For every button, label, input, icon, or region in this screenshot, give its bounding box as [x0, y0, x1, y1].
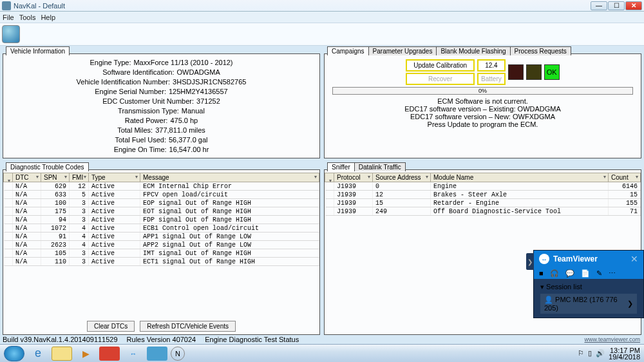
globe-icon[interactable]	[2, 25, 20, 43]
tv-draw-icon[interactable]: ✎	[596, 269, 602, 278]
minimize-button[interactable]: —	[591, 1, 607, 10]
table-row[interactable]: N/A1003ActiveEOP signal Out of Range HIG…	[4, 199, 319, 207]
table-row[interactable]: N/A914ActiveAPP1 signal Out of Range LOW	[4, 233, 319, 241]
info-value: 371252	[194, 97, 220, 106]
tray-volume-icon[interactable]: 🔊	[596, 349, 605, 357]
app-icon	[2, 1, 11, 10]
tv-audio-icon[interactable]: 🎧	[550, 269, 559, 278]
menu-help[interactable]: Help	[41, 14, 55, 21]
info-label: Engine On Time:	[114, 145, 167, 154]
refresh-dtc-button[interactable]: Refresh DTC/Vehicle Events	[140, 321, 236, 332]
info-label: Transmission Type:	[118, 106, 179, 115]
dtc-col-2[interactable]: SPN▾	[41, 173, 70, 182]
tv-file-icon[interactable]: 📄	[581, 269, 590, 278]
start-button[interactable]	[4, 346, 24, 361]
voltage-value: 12.4	[477, 59, 506, 71]
table-row[interactable]: N/A10724ActiveECB1 Control open load/cir…	[4, 224, 319, 233]
info-label: EDC Customer Unit Number:	[102, 97, 194, 106]
tray-flag-icon[interactable]: ⚐	[578, 349, 584, 357]
tv-video-icon[interactable]: ■	[539, 269, 544, 277]
tray-date[interactable]: 19/4/2018	[609, 354, 640, 360]
recover-button[interactable]: Recover	[406, 73, 475, 85]
tv-collapse-icon[interactable]: ❯	[526, 253, 534, 270]
tab-datalink[interactable]: Datalink Traffic	[354, 162, 406, 171]
teamviewer-logo-icon: ↔	[539, 254, 549, 264]
menu-tools[interactable]: Tools	[19, 14, 36, 21]
table-row[interactable]: J19390Engine6146	[325, 182, 641, 191]
taskbar-app1-icon[interactable]	[99, 347, 120, 361]
info-label: Engine Serial Number:	[95, 87, 166, 96]
update-calibration-button[interactable]: Update Calibration	[406, 59, 475, 71]
teamviewer-link[interactable]: www.teamviewer.com	[584, 336, 640, 343]
info-label: Engine Type:	[90, 58, 131, 67]
tray-time[interactable]: 13:17 PM	[609, 347, 640, 354]
table-row[interactable]: J1939249Off Board Diagnostic-Service Too…	[325, 207, 641, 216]
tab-dtc[interactable]: Diagnostic Trouble Codes	[6, 162, 89, 171]
window-titlebar: NavKal - Default — ☐ ✕	[0, 0, 644, 12]
toolbar	[0, 23, 644, 46]
tab-blank-flashing[interactable]: Blank Module Flashing	[436, 46, 510, 55]
menu-file[interactable]: File	[3, 14, 14, 21]
teamviewer-panel[interactable]: ❯ ↔ TeamViewer ✕ ■ 🎧 💬 📄 ✎ ⋯ ▾ Session l…	[533, 250, 644, 318]
taskbar-ie-icon[interactable]: e	[28, 347, 48, 361]
snf-col-4[interactable]: Count▾	[609, 173, 641, 182]
info-value: MaxxForce 11/13 (2010 - 2012)	[131, 58, 232, 67]
table-row[interactable]: N/A26234ActiveAPP2 signal Out of Range L…	[4, 241, 319, 249]
table-row[interactable]: N/A1103ActiveECT1 signal Out of Range HI…	[4, 258, 319, 266]
taskbar-teamviewer-icon[interactable]: ↔	[123, 347, 144, 361]
info-label: Vehicle Identification Number:	[77, 77, 171, 86]
snf-col-1[interactable]: Protocol▾	[334, 173, 373, 182]
tab-sniffer[interactable]: Sniffer	[327, 162, 355, 171]
status-build: Build v39.NavKal.1.4.201409111529	[3, 336, 118, 343]
tab-param-upgrades[interactable]: Parameter Upgrades	[368, 46, 437, 55]
table-row[interactable]: N/A1053ActiveIMT signal Out of Range HIG…	[4, 249, 319, 258]
taskbar-navkal-icon[interactable]: N	[171, 347, 185, 361]
taskbar-explorer-icon[interactable]	[52, 347, 72, 361]
sniffer-table: ▾Protocol▾Source Address▾Module Name▾Cou…	[325, 173, 641, 216]
snf-col-2[interactable]: Source Address▾	[373, 173, 431, 182]
taskbar-app2-icon[interactable]	[147, 347, 167, 361]
campaigns-panel: Campaigns Parameter Upgrades Blank Modul…	[324, 53, 641, 158]
menubar: File Tools Help	[0, 12, 644, 23]
info-value: 3HSDJSJR1CN582765	[170, 77, 246, 86]
close-button[interactable]: ✕	[625, 1, 642, 10]
info-value: 56,377.0 gal	[166, 135, 208, 144]
taskbar-media-icon[interactable]: ▶	[75, 347, 96, 361]
info-label: Total Fuel Used:	[115, 135, 166, 144]
snf-col-0[interactable]: ▾	[325, 173, 334, 182]
info-label: Software Identification:	[102, 68, 174, 77]
dtc-col-0[interactable]: ▾	[4, 173, 13, 182]
table-row[interactable]: N/A6335ActiveFPCV open load/circuit	[4, 191, 319, 199]
table-row[interactable]: N/A62912ActiveECM Internal Chip Error	[4, 182, 319, 191]
tv-session-item[interactable]: 👤 PMC MB2 (176 776 205)❯	[540, 294, 637, 314]
table-row[interactable]: N/A943ActiveFDP signal Out of Range HIGH	[4, 216, 319, 224]
status-rules: Rules Version 407024	[127, 336, 196, 343]
info-value: Manual	[179, 106, 205, 115]
tv-more-icon[interactable]: ⋯	[609, 269, 616, 278]
tray-network-icon[interactable]: ▯	[588, 349, 592, 357]
status-red-icon	[508, 64, 524, 80]
dtc-col-5[interactable]: Message▾	[140, 173, 319, 182]
voltage-label: Battery	[477, 73, 506, 85]
tv-close-icon[interactable]: ✕	[630, 254, 638, 264]
snf-col-3[interactable]: Module Name▾	[431, 173, 609, 182]
dtc-col-1[interactable]: DTC▾	[13, 173, 41, 182]
camp-msg-1: ECM Software is not current.	[332, 97, 633, 105]
clear-dtcs-button[interactable]: Clear DTCs	[87, 321, 135, 332]
status-green-icon: OK	[544, 64, 560, 80]
table-row[interactable]: J193912Brakes - Steer Axle15	[325, 191, 641, 199]
tab-process-requests[interactable]: Process Requests	[510, 46, 571, 55]
tv-chat-icon[interactable]: 💬	[565, 269, 574, 278]
camp-msg-4: Press Update to program the ECM.	[332, 120, 633, 128]
tab-campaigns[interactable]: Campaigns	[327, 46, 369, 55]
tab-vehicle-info[interactable]: Vehicle Information	[6, 46, 70, 55]
dtc-col-3[interactable]: FMI▾	[70, 173, 89, 182]
dtc-col-4[interactable]: Type▾	[89, 173, 140, 182]
statusbar: Build v39.NavKal.1.4.201409111529 Rules …	[3, 335, 641, 344]
info-value: OWDADGMA	[175, 68, 220, 77]
table-row[interactable]: J193915Retarder - Engine155	[325, 199, 641, 207]
status-yellow-icon	[526, 64, 542, 80]
maximize-button[interactable]: ☐	[608, 1, 625, 10]
status-diag: Engine Diagnostic Test Status	[205, 336, 299, 343]
table-row[interactable]: N/A1753ActiveEOT signal Out of Range HIG…	[4, 207, 319, 216]
